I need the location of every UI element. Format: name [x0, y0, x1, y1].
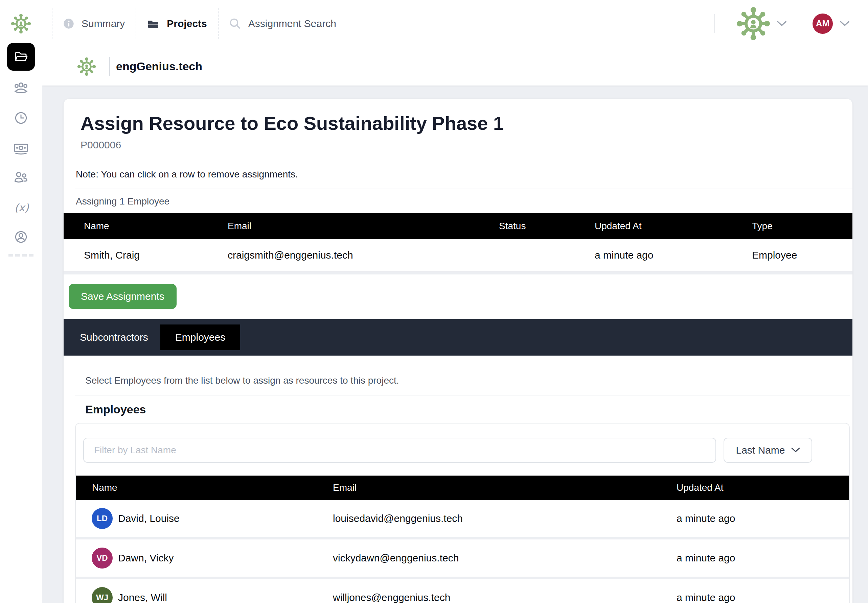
sidebar-item-time[interactable]: [12, 110, 29, 127]
section-divider: [75, 395, 850, 396]
cell-updated: a minute ago: [595, 249, 752, 261]
brand-logo-icon[interactable]: [11, 13, 31, 34]
avatar: WJ: [91, 587, 113, 603]
sidebar-item-account[interactable]: [12, 229, 29, 245]
cell-name: David, Louise: [118, 513, 180, 524]
row-shadow-band: [64, 272, 852, 274]
note-text: Note: You can click on a row to remove a…: [64, 169, 852, 180]
sort-dropdown-label: Last Name: [736, 444, 785, 456]
breadcrumb-logo-icon: [77, 57, 96, 76]
avatar: LD: [91, 508, 113, 529]
breadcrumb-divider: [109, 57, 110, 76]
cell-email: craigsmith@enggenius.tech: [228, 249, 499, 261]
sort-dropdown[interactable]: Last Name: [724, 438, 812, 463]
cell-email: willjones@enggenius.tech: [333, 592, 677, 603]
column-header-email: Email: [333, 482, 677, 493]
sidebar-item-projects[interactable]: [7, 43, 35, 71]
employees-panel: Last Name Name Email Updated At LD David…: [75, 423, 850, 603]
column-header-status: Status: [499, 221, 595, 232]
assigned-table-header: Name Email Status Updated At Type: [64, 213, 852, 239]
nav-item-assignment-search[interactable]: Assignment Search: [219, 18, 347, 29]
sidebar-item-users[interactable]: [12, 169, 29, 186]
column-header-email: Email: [228, 221, 499, 232]
row-separator: [76, 537, 849, 540]
org-logo-icon[interactable]: [736, 6, 771, 41]
topbar-right: AM: [715, 6, 868, 41]
chevron-down-icon[interactable]: [840, 21, 849, 26]
cell-updated: a minute ago: [677, 592, 849, 603]
folder-open-icon: [13, 49, 29, 65]
page-title: Assign Resource to Eco Sustainability Ph…: [81, 113, 835, 134]
sidebar-item-payroll[interactable]: [12, 139, 29, 156]
top-navigation: Summary Projects Assignment Search: [52, 8, 347, 39]
chevron-down-icon[interactable]: [777, 21, 786, 26]
main-card: Assign Resource to Eco Sustainability Ph…: [64, 99, 852, 603]
user-avatar[interactable]: AM: [812, 14, 833, 34]
select-employees-hint: Select Employees from the list below to …: [64, 375, 852, 386]
nav-item-label: Summary: [82, 18, 125, 29]
column-header-updated: Updated At: [595, 221, 752, 232]
column-header-type: Type: [752, 221, 852, 232]
topbar: Summary Projects Assignment Search: [42, 0, 868, 47]
app-sidebar: (x): [0, 0, 42, 603]
assigned-table-row[interactable]: Smith, Craig craigsmith@enggenius.tech a…: [64, 239, 852, 272]
column-header-name: Name: [64, 221, 228, 232]
tab-employees[interactable]: Employees: [160, 325, 240, 350]
search-icon: [229, 18, 241, 29]
cell-email: louisedavid@enggenius.tech: [333, 513, 677, 524]
employee-row[interactable]: LD David, Louise louisedavid@enggenius.t…: [76, 500, 849, 537]
row-separator: [76, 577, 849, 579]
cell-email: vickydawn@enggenius.tech: [333, 552, 677, 564]
chevron-down-icon: [791, 447, 800, 453]
tab-bar: Subcontractors Employees: [64, 319, 852, 356]
filter-last-name-input[interactable]: [83, 438, 716, 463]
employee-row[interactable]: WJ Jones, Will willjones@enggenius.tech …: [76, 579, 849, 603]
nav-item-projects[interactable]: Projects: [136, 18, 217, 29]
sidebar-item-functions[interactable]: (x): [12, 199, 29, 216]
cell-name: Jones, Will: [118, 592, 167, 603]
column-header-updated: Updated At: [677, 482, 849, 493]
topbar-divider: [715, 14, 715, 33]
cell-name: Dawn, Vicky: [118, 552, 174, 564]
folder-icon: [147, 18, 159, 29]
breadcrumb: engGenius.tech: [42, 47, 868, 85]
avatar: VD: [91, 547, 113, 569]
cell-updated: a minute ago: [677, 513, 849, 524]
cell-type: Employee: [752, 249, 852, 261]
sidebar-item-team[interactable]: [12, 80, 29, 97]
sidebar-divider: [8, 254, 34, 257]
column-header-name: Name: [76, 482, 333, 493]
nav-item-label: Assignment Search: [248, 18, 336, 29]
tab-subcontractors[interactable]: Subcontractors: [68, 332, 160, 343]
employees-heading: Employees: [85, 403, 852, 416]
assigning-label: Assigning 1 Employee: [64, 189, 852, 213]
cell-updated: a minute ago: [677, 552, 849, 564]
svg-text:(x): (x): [14, 201, 29, 213]
employee-row[interactable]: VD Dawn, Vicky vickydawn@enggenius.tech …: [76, 540, 849, 577]
info-icon: [63, 18, 74, 29]
save-assignments-button[interactable]: Save Assignments: [69, 284, 177, 309]
project-code: P000006: [81, 139, 835, 151]
breadcrumb-org-name: engGenius.tech: [116, 60, 202, 73]
cell-name: Smith, Craig: [64, 249, 228, 261]
employees-table-header: Name Email Updated At: [76, 476, 849, 500]
nav-item-label: Projects: [167, 18, 207, 29]
nav-item-summary[interactable]: Summary: [53, 18, 136, 29]
